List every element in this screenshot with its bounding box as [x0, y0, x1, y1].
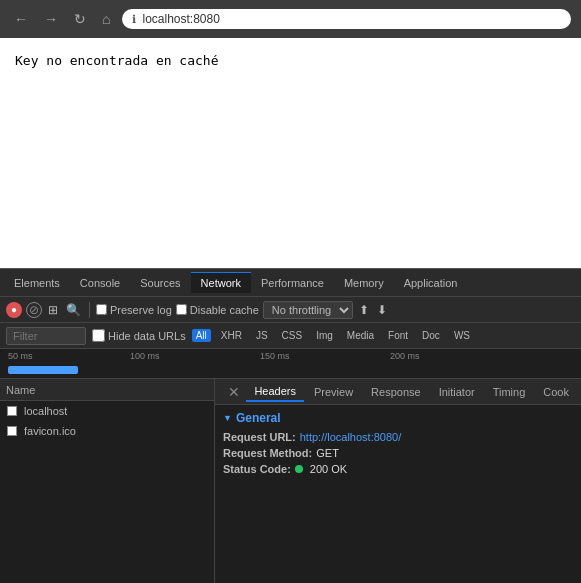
address-bar[interactable]: ℹ localhost:8080 — [122, 9, 571, 29]
tab-response[interactable]: Response — [363, 383, 429, 401]
favicon-icon — [6, 405, 18, 417]
tab-network[interactable]: Network — [191, 272, 251, 293]
network-content: Name localhost favicon.ico ✕ Headers Pre… — [0, 379, 581, 583]
detail-tab-bar: ✕ Headers Preview Response Initiator Tim… — [215, 379, 581, 405]
disable-cache-checkbox[interactable] — [176, 304, 187, 315]
lock-icon: ℹ — [132, 13, 136, 26]
filter-css[interactable]: CSS — [278, 329, 307, 342]
home-button[interactable]: ⌂ — [98, 9, 114, 29]
refresh-button[interactable]: ↻ — [70, 9, 90, 29]
filter-ws[interactable]: WS — [450, 329, 474, 342]
filter-xhr[interactable]: XHR — [217, 329, 246, 342]
requests-panel: Name localhost favicon.ico — [0, 379, 215, 583]
request-name: localhost — [24, 405, 67, 417]
filter-doc[interactable]: Doc — [418, 329, 444, 342]
export-icon[interactable]: ⬇ — [375, 303, 389, 317]
timeline-request-bar — [8, 366, 78, 374]
preserve-log-label[interactable]: Preserve log — [96, 304, 172, 316]
status-dot — [295, 465, 303, 473]
timeline-bar: 50 ms 100 ms 150 ms 200 ms — [0, 349, 581, 379]
detail-panel: ✕ Headers Preview Response Initiator Tim… — [215, 379, 581, 583]
tab-timing[interactable]: Timing — [485, 383, 534, 401]
filter-font[interactable]: Font — [384, 329, 412, 342]
filter-img[interactable]: Img — [312, 329, 337, 342]
import-icon[interactable]: ⬆ — [357, 303, 371, 317]
record-button[interactable]: ● — [6, 302, 22, 318]
hide-data-checkbox[interactable] — [92, 329, 105, 342]
throttle-select[interactable]: No throttling Fast 3G Slow 3G Offline — [263, 301, 353, 319]
tab-initiator[interactable]: Initiator — [431, 383, 483, 401]
page-content: Key no encontrada en caché — [0, 38, 581, 268]
status-value: 200 OK — [310, 463, 347, 475]
preserve-log-checkbox[interactable] — [96, 304, 107, 315]
filter-all[interactable]: All — [192, 329, 211, 342]
hide-data-label[interactable]: Hide data URLs — [92, 329, 186, 342]
tab-cookies[interactable]: Cook — [535, 383, 577, 401]
tab-sources[interactable]: Sources — [130, 273, 190, 293]
filter-input[interactable] — [6, 327, 86, 345]
timeline-marker-150: 150 ms — [260, 351, 290, 361]
browser-chrome: ← → ↻ ⌂ ℹ localhost:8080 — [0, 0, 581, 38]
timeline-marker-50: 50 ms — [8, 351, 33, 361]
back-button[interactable]: ← — [10, 9, 32, 29]
tab-performance[interactable]: Performance — [251, 273, 334, 293]
tab-memory[interactable]: Memory — [334, 273, 394, 293]
general-section-title: General — [223, 411, 573, 425]
forward-button[interactable]: → — [40, 9, 62, 29]
status-key: Status Code: — [223, 463, 291, 475]
tab-application[interactable]: Application — [394, 273, 468, 293]
method-value: GET — [316, 447, 339, 459]
list-item[interactable]: favicon.ico — [0, 421, 214, 441]
request-name: favicon.ico — [24, 425, 76, 437]
filter-js[interactable]: JS — [252, 329, 272, 342]
favicon-icon — [6, 425, 18, 437]
devtools-tab-bar: Elements Console Sources Network Perform… — [0, 269, 581, 297]
filter-bar: Hide data URLs All XHR JS CSS Img Media … — [0, 323, 581, 349]
tab-headers[interactable]: Headers — [246, 382, 304, 402]
requests-header: Name — [0, 379, 214, 401]
disable-cache-label[interactable]: Disable cache — [176, 304, 259, 316]
close-detail-button[interactable]: ✕ — [224, 384, 244, 400]
url-value: http://localhost:8080/ — [300, 431, 402, 443]
devtools-toolbar: ● ⊘ ⊞ 🔍 Preserve log Disable cache No th… — [0, 297, 581, 323]
filter-icon[interactable]: ⊞ — [46, 303, 60, 317]
search-icon[interactable]: 🔍 — [64, 303, 83, 317]
tab-elements[interactable]: Elements — [4, 273, 70, 293]
filter-media[interactable]: Media — [343, 329, 378, 342]
list-item[interactable]: localhost — [0, 401, 214, 421]
stop-button[interactable]: ⊘ — [26, 302, 42, 318]
url-text: localhost:8080 — [142, 12, 219, 26]
separator — [89, 302, 90, 318]
detail-row-method: Request Method: GET — [223, 445, 573, 461]
detail-row-status: Status Code: 200 OK — [223, 461, 573, 477]
detail-content: General Request URL: http://localhost:80… — [215, 405, 581, 583]
tab-preview[interactable]: Preview — [306, 383, 361, 401]
timeline-marker-200: 200 ms — [390, 351, 420, 361]
detail-row-url: Request URL: http://localhost:8080/ — [223, 429, 573, 445]
name-col-header: Name — [6, 384, 208, 396]
page-text: Key no encontrada en caché — [15, 53, 219, 68]
tab-console[interactable]: Console — [70, 273, 130, 293]
timeline-marker-100: 100 ms — [130, 351, 160, 361]
devtools-panel: Elements Console Sources Network Perform… — [0, 268, 581, 583]
url-key: Request URL: — [223, 431, 296, 443]
method-key: Request Method: — [223, 447, 312, 459]
